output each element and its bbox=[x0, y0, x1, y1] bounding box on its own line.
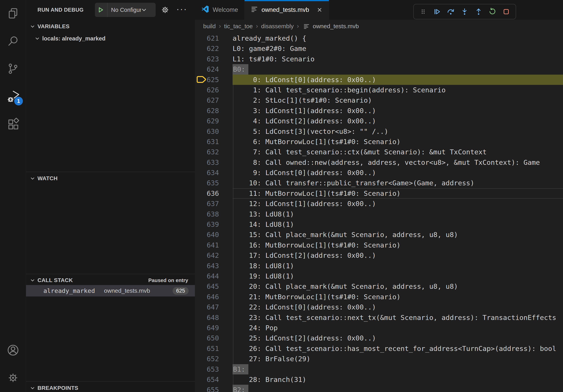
gutter[interactable]: 639 bbox=[195, 219, 232, 230]
call-stack-frame[interactable]: already_marked owned_tests.mvb 625 bbox=[26, 285, 195, 297]
code-line[interactable]: 630 5: LdConst[3](vector<u8>: "" /..) bbox=[195, 126, 563, 137]
code-line[interactable]: 654 28: Branch(31) bbox=[195, 374, 563, 385]
gutter[interactable]: 654 bbox=[195, 374, 232, 385]
code-line[interactable]: 640 15: Call place_mark(&mut Scenario, a… bbox=[195, 230, 563, 240]
code-line[interactable]: 633 8: Call owned::new(address, address,… bbox=[195, 157, 563, 168]
code-text[interactable]: 17: LdConst[2](address: 0x00..) bbox=[232, 250, 563, 261]
gutter[interactable]: 644 bbox=[195, 271, 232, 281]
account-button[interactable] bbox=[0, 337, 26, 364]
call-stack-section-header[interactable]: CALL STACK Paused on entry bbox=[26, 275, 195, 285]
settings-button[interactable] bbox=[0, 364, 26, 392]
code-text[interactable]: 9: LdConst[0](address: 0x00..) bbox=[232, 168, 563, 178]
gutter[interactable]: 636 bbox=[195, 188, 232, 198]
gutter[interactable]: 626 bbox=[195, 85, 232, 95]
code-text[interactable]: already_marked() { bbox=[232, 33, 563, 43]
code-line[interactable]: 625 0: LdConst[0](address: 0x00..) bbox=[195, 75, 563, 85]
code-text[interactable]: 24: Pop bbox=[232, 323, 563, 333]
code-text[interactable]: 16: MutBorrowLoc[1](ts#1#0: Scenario) bbox=[232, 240, 563, 250]
code-text[interactable]: L1: ts#1#0: Scenario bbox=[232, 54, 563, 64]
code-line[interactable]: 652 27: BrFalse(29) bbox=[195, 354, 563, 364]
breadcrumb-item[interactable]: disassembly bbox=[261, 23, 294, 30]
code-text[interactable]: 25: LdConst[2](address: 0x00..) bbox=[232, 333, 563, 343]
code-text[interactable]: 11: MutBorrowLoc[1](ts#1#0: Scenario) bbox=[232, 188, 563, 198]
code-line[interactable]: 639 14: LdU8(1) bbox=[195, 219, 563, 230]
code-line[interactable]: 634 9: LdConst[0](address: 0x00..) bbox=[195, 168, 563, 178]
code-text[interactable]: B0: bbox=[232, 64, 563, 74]
gutter[interactable]: 653 bbox=[195, 364, 232, 374]
gutter[interactable]: 642 bbox=[195, 250, 232, 261]
code-text[interactable]: 13: LdU8(1) bbox=[232, 209, 563, 219]
sidebar-item-source-control[interactable] bbox=[0, 55, 26, 83]
gutter[interactable]: 629 bbox=[195, 116, 232, 126]
code-text[interactable]: 28: Branch(31) bbox=[232, 374, 563, 385]
code-line[interactable]: 622L0: game#2#0: Game bbox=[195, 43, 563, 54]
code-line[interactable]: 655B2: bbox=[195, 385, 563, 392]
continue-icon[interactable] bbox=[431, 5, 443, 18]
gutter[interactable]: 628 bbox=[195, 105, 232, 116]
code-line[interactable]: 647 22: LdConst[0](address: 0x00..) bbox=[195, 302, 563, 312]
code-line[interactable]: 653B1: bbox=[195, 364, 563, 374]
gutter[interactable]: 633 bbox=[195, 157, 232, 168]
code-text[interactable]: 7: Call test_scenario::ctx(&mut Scenario… bbox=[232, 147, 563, 157]
code-line[interactable]: 629 4: LdConst[2](address: 0x00..) bbox=[195, 116, 563, 126]
gutter[interactable]: 651 bbox=[195, 343, 232, 354]
code-text[interactable]: 8: Call owned::new(address, address, vec… bbox=[232, 157, 563, 168]
code-text[interactable]: 0: LdConst[0](address: 0x00..) bbox=[232, 75, 563, 85]
code-line[interactable]: 645 20: Call place_mark(&mut Scenario, a… bbox=[195, 281, 563, 291]
gutter[interactable]: 634 bbox=[195, 168, 232, 178]
gutter[interactable]: 641 bbox=[195, 240, 232, 250]
code-text[interactable]: 4: LdConst[2](address: 0x00..) bbox=[232, 116, 563, 126]
code-line[interactable]: 641 16: MutBorrowLoc[1](ts#1#0: Scenario… bbox=[195, 240, 563, 250]
gutter[interactable]: 643 bbox=[195, 261, 232, 271]
gutter[interactable]: 638 bbox=[195, 209, 232, 219]
stop-icon[interactable] bbox=[500, 5, 512, 18]
gutter[interactable]: 640 bbox=[195, 230, 232, 240]
code-text[interactable]: 21: MutBorrowLoc[1](ts#1#0: Scenario) bbox=[232, 292, 563, 302]
code-text[interactable]: 19: LdU8(1) bbox=[232, 271, 563, 281]
gutter[interactable]: 652 bbox=[195, 354, 232, 364]
code-text[interactable]: L0: game#2#0: Game bbox=[232, 43, 563, 54]
gutter[interactable]: 635 bbox=[195, 178, 232, 188]
code-text[interactable]: 5: LdConst[3](vector<u8>: "" /..) bbox=[232, 126, 563, 137]
tab-owned-tests[interactable]: owned_tests.mvb bbox=[245, 0, 329, 20]
gutter[interactable]: 649 bbox=[195, 323, 232, 333]
code-text[interactable]: 20: Call place_mark(&mut Scenario, addre… bbox=[232, 281, 563, 291]
code-line[interactable]: 637 12: LdConst[1](address: 0x00..) bbox=[195, 198, 563, 209]
code-line[interactable]: 635 10: Call transfer::public_transfer<G… bbox=[195, 178, 563, 188]
code-line[interactable]: 643 18: LdU8(1) bbox=[195, 261, 563, 271]
debug-settings-gear-icon[interactable] bbox=[161, 5, 170, 14]
code-line[interactable]: 650 25: LdConst[2](address: 0x00..) bbox=[195, 333, 563, 343]
sidebar-item-explorer[interactable] bbox=[0, 0, 26, 28]
code-line[interactable]: 631 6: MutBorrowLoc[1](ts#1#0: Scenario) bbox=[195, 137, 563, 147]
gutter[interactable]: 645 bbox=[195, 281, 232, 291]
code-line[interactable]: 651 26: Call test_scenario::has_most_rec… bbox=[195, 343, 563, 354]
sidebar-item-run-and-debug[interactable]: 1 bbox=[0, 83, 26, 111]
start-debug-button[interactable] bbox=[95, 7, 107, 13]
variables-scope-locals[interactable]: locals: already_marked bbox=[26, 33, 195, 44]
code-line[interactable]: 628 3: LdConst[1](address: 0x00..) bbox=[195, 105, 563, 116]
code-text[interactable]: 15: Call place_mark(&mut Scenario, addre… bbox=[232, 230, 563, 240]
gutter[interactable]: 632 bbox=[195, 147, 232, 157]
breadcrumb-item[interactable]: tic_tac_toe bbox=[224, 23, 253, 30]
code-line[interactable]: 646 21: MutBorrowLoc[1](ts#1#0: Scenario… bbox=[195, 292, 563, 302]
code-line[interactable]: 632 7: Call test_scenario::ctx(&mut Scen… bbox=[195, 147, 563, 157]
code-line[interactable]: 638 13: LdU8(1) bbox=[195, 209, 563, 219]
gutter[interactable]: 655 bbox=[195, 385, 232, 392]
code-line[interactable]: 623L1: ts#1#0: Scenario bbox=[195, 54, 563, 64]
gutter[interactable]: 650 bbox=[195, 333, 232, 343]
variables-section-header[interactable]: VARIABLES bbox=[26, 22, 195, 31]
watch-section-header[interactable]: WATCH bbox=[26, 174, 195, 183]
more-actions-icon[interactable]: ··· bbox=[176, 4, 187, 14]
gutter[interactable]: 625 bbox=[195, 75, 232, 85]
code-text[interactable]: 18: LdU8(1) bbox=[232, 261, 563, 271]
code-text[interactable]: 1: Call test_scenario::begin(address): S… bbox=[232, 85, 563, 95]
toolbar-drag-handle[interactable] bbox=[417, 5, 429, 18]
code-line[interactable]: 648 23: Call test_scenario::next_tx(&mut… bbox=[195, 313, 563, 323]
code-text[interactable]: 27: BrFalse(29) bbox=[232, 354, 563, 364]
code-text[interactable]: 12: LdConst[1](address: 0x00..) bbox=[232, 198, 563, 209]
code-text[interactable]: 3: LdConst[1](address: 0x00..) bbox=[232, 105, 563, 116]
gutter[interactable]: 631 bbox=[195, 137, 232, 147]
code-line[interactable]: 621already_marked() { bbox=[195, 33, 563, 43]
breakpoints-section-header[interactable]: BREAKPOINTS bbox=[26, 383, 195, 392]
code-line[interactable]: 626 1: Call test_scenario::begin(address… bbox=[195, 85, 563, 95]
